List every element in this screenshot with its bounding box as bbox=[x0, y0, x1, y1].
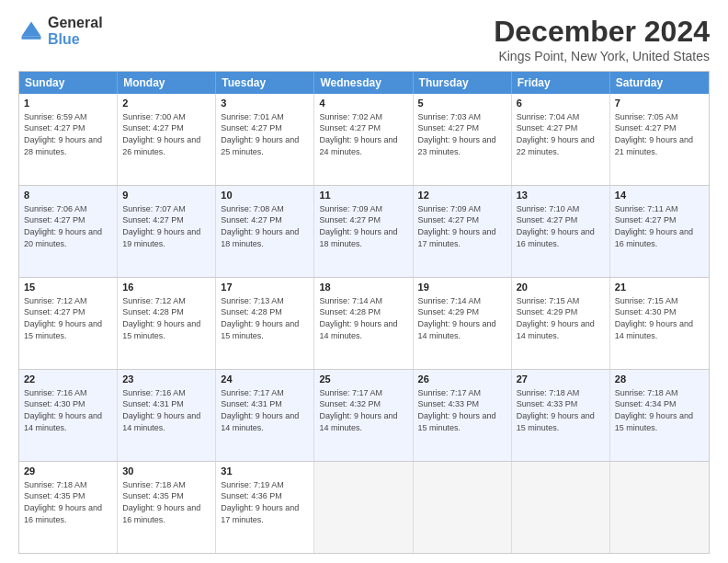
day-info: Sunrise: 7:06 AMSunset: 4:27 PMDaylight:… bbox=[24, 203, 112, 249]
day-number: 28 bbox=[615, 373, 704, 386]
day-number: 4 bbox=[319, 97, 407, 110]
calendar-cell: 7Sunrise: 7:05 AMSunset: 4:27 PMDaylight… bbox=[610, 94, 709, 185]
weekday-header: Wednesday bbox=[314, 72, 413, 94]
day-number: 8 bbox=[24, 189, 112, 202]
day-info: Sunrise: 7:18 AMSunset: 4:35 PMDaylight:… bbox=[24, 479, 112, 525]
day-info: Sunrise: 7:15 AMSunset: 4:30 PMDaylight:… bbox=[615, 295, 704, 341]
calendar-cell: 23Sunrise: 7:16 AMSunset: 4:31 PMDayligh… bbox=[118, 370, 216, 461]
weekday-header: Monday bbox=[118, 72, 216, 94]
day-info: Sunrise: 7:12 AMSunset: 4:27 PMDaylight:… bbox=[24, 295, 112, 341]
weekday-header: Saturday bbox=[610, 72, 709, 94]
day-info: Sunrise: 7:18 AMSunset: 4:35 PMDaylight:… bbox=[122, 479, 210, 525]
main-title: December 2024 bbox=[494, 15, 710, 49]
day-number: 22 bbox=[24, 373, 112, 386]
calendar-cell: 24Sunrise: 7:17 AMSunset: 4:31 PMDayligh… bbox=[216, 370, 314, 461]
day-number: 2 bbox=[122, 97, 210, 110]
calendar-cell: 11Sunrise: 7:09 AMSunset: 4:27 PMDayligh… bbox=[314, 186, 413, 277]
weekday-header: Tuesday bbox=[216, 72, 314, 94]
day-number: 30 bbox=[122, 465, 210, 478]
calendar-cell: 26Sunrise: 7:17 AMSunset: 4:33 PMDayligh… bbox=[414, 370, 512, 461]
day-number: 17 bbox=[221, 281, 309, 294]
day-info: Sunrise: 7:16 AMSunset: 4:31 PMDaylight:… bbox=[122, 387, 210, 433]
calendar-cell: 17Sunrise: 7:13 AMSunset: 4:28 PMDayligh… bbox=[216, 278, 314, 369]
day-number: 12 bbox=[418, 189, 506, 202]
logo: General Blue bbox=[18, 15, 103, 47]
day-number: 3 bbox=[221, 97, 309, 110]
calendar-cell: 29Sunrise: 7:18 AMSunset: 4:35 PMDayligh… bbox=[19, 462, 118, 553]
day-number: 14 bbox=[615, 189, 704, 202]
day-info: Sunrise: 7:07 AMSunset: 4:27 PMDaylight:… bbox=[122, 203, 210, 249]
calendar-cell: 1Sunrise: 6:59 AMSunset: 4:27 PMDaylight… bbox=[19, 94, 118, 185]
day-info: Sunrise: 7:13 AMSunset: 4:28 PMDaylight:… bbox=[221, 295, 309, 341]
calendar-cell: 5Sunrise: 7:03 AMSunset: 4:27 PMDaylight… bbox=[414, 94, 512, 185]
day-info: Sunrise: 7:17 AMSunset: 4:32 PMDaylight:… bbox=[319, 387, 407, 433]
day-number: 24 bbox=[221, 373, 309, 386]
day-number: 10 bbox=[221, 189, 309, 202]
day-info: Sunrise: 7:14 AMSunset: 4:29 PMDaylight:… bbox=[418, 295, 506, 341]
calendar-cell bbox=[610, 462, 709, 553]
day-number: 23 bbox=[122, 373, 210, 386]
day-info: Sunrise: 7:08 AMSunset: 4:27 PMDaylight:… bbox=[221, 203, 309, 249]
calendar-cell: 20Sunrise: 7:15 AMSunset: 4:29 PMDayligh… bbox=[512, 278, 610, 369]
day-number: 18 bbox=[319, 281, 407, 294]
day-info: Sunrise: 7:19 AMSunset: 4:36 PMDaylight:… bbox=[221, 479, 309, 525]
day-info: Sunrise: 7:01 AMSunset: 4:27 PMDaylight:… bbox=[221, 111, 309, 157]
logo-general-text: General bbox=[48, 15, 103, 31]
day-info: Sunrise: 7:18 AMSunset: 4:33 PMDaylight:… bbox=[517, 387, 605, 433]
calendar-cell: 18Sunrise: 7:14 AMSunset: 4:28 PMDayligh… bbox=[314, 278, 413, 369]
calendar-cell bbox=[512, 462, 610, 553]
calendar-row: 22Sunrise: 7:16 AMSunset: 4:30 PMDayligh… bbox=[19, 369, 709, 461]
calendar-cell: 14Sunrise: 7:11 AMSunset: 4:27 PMDayligh… bbox=[610, 186, 709, 277]
calendar-cell: 3Sunrise: 7:01 AMSunset: 4:27 PMDaylight… bbox=[216, 94, 314, 185]
day-number: 11 bbox=[319, 189, 407, 202]
calendar-cell bbox=[414, 462, 512, 553]
svg-rect-1 bbox=[22, 36, 41, 40]
subtitle: Kings Point, New York, United States bbox=[494, 49, 710, 63]
day-number: 16 bbox=[122, 281, 210, 294]
day-number: 7 bbox=[615, 97, 704, 110]
day-info: Sunrise: 7:17 AMSunset: 4:31 PMDaylight:… bbox=[221, 387, 309, 433]
calendar-cell: 31Sunrise: 7:19 AMSunset: 4:36 PMDayligh… bbox=[216, 462, 314, 553]
day-info: Sunrise: 7:15 AMSunset: 4:29 PMDaylight:… bbox=[517, 295, 605, 341]
header: General Blue December 2024 Kings Point, … bbox=[18, 15, 710, 63]
day-info: Sunrise: 7:05 AMSunset: 4:27 PMDaylight:… bbox=[615, 111, 704, 157]
logo-blue-text: Blue bbox=[48, 31, 103, 48]
calendar-cell: 9Sunrise: 7:07 AMSunset: 4:27 PMDaylight… bbox=[118, 186, 216, 277]
day-number: 25 bbox=[319, 373, 407, 386]
day-info: Sunrise: 7:09 AMSunset: 4:27 PMDaylight:… bbox=[418, 203, 506, 249]
day-number: 13 bbox=[517, 189, 605, 202]
logo-icon bbox=[18, 18, 44, 44]
day-number: 5 bbox=[418, 97, 506, 110]
calendar: SundayMondayTuesdayWednesdayThursdayFrid… bbox=[18, 71, 710, 554]
calendar-cell: 2Sunrise: 7:00 AMSunset: 4:27 PMDaylight… bbox=[118, 94, 216, 185]
day-info: Sunrise: 7:04 AMSunset: 4:27 PMDaylight:… bbox=[517, 111, 605, 157]
calendar-row: 1Sunrise: 6:59 AMSunset: 4:27 PMDaylight… bbox=[19, 94, 709, 185]
day-info: Sunrise: 7:14 AMSunset: 4:28 PMDaylight:… bbox=[319, 295, 407, 341]
calendar-cell: 8Sunrise: 7:06 AMSunset: 4:27 PMDaylight… bbox=[19, 186, 118, 277]
logo-text: General Blue bbox=[48, 15, 103, 47]
calendar-row: 29Sunrise: 7:18 AMSunset: 4:35 PMDayligh… bbox=[19, 461, 709, 553]
day-info: Sunrise: 7:16 AMSunset: 4:30 PMDaylight:… bbox=[24, 387, 112, 433]
day-info: Sunrise: 7:09 AMSunset: 4:27 PMDaylight:… bbox=[319, 203, 407, 249]
day-number: 9 bbox=[122, 189, 210, 202]
calendar-cell: 22Sunrise: 7:16 AMSunset: 4:30 PMDayligh… bbox=[19, 370, 118, 461]
day-info: Sunrise: 7:02 AMSunset: 4:27 PMDaylight:… bbox=[319, 111, 407, 157]
calendar-cell: 16Sunrise: 7:12 AMSunset: 4:28 PMDayligh… bbox=[118, 278, 216, 369]
weekday-header: Friday bbox=[512, 72, 610, 94]
weekday-header: Thursday bbox=[414, 72, 512, 94]
day-info: Sunrise: 7:11 AMSunset: 4:27 PMDaylight:… bbox=[615, 203, 704, 249]
day-info: Sunrise: 6:59 AMSunset: 4:27 PMDaylight:… bbox=[24, 111, 112, 157]
day-info: Sunrise: 7:17 AMSunset: 4:33 PMDaylight:… bbox=[418, 387, 506, 433]
day-number: 20 bbox=[517, 281, 605, 294]
calendar-cell: 30Sunrise: 7:18 AMSunset: 4:35 PMDayligh… bbox=[118, 462, 216, 553]
page: General Blue December 2024 Kings Point, … bbox=[0, 0, 728, 563]
calendar-cell: 27Sunrise: 7:18 AMSunset: 4:33 PMDayligh… bbox=[512, 370, 610, 461]
calendar-cell: 13Sunrise: 7:10 AMSunset: 4:27 PMDayligh… bbox=[512, 186, 610, 277]
day-number: 15 bbox=[24, 281, 112, 294]
calendar-body: 1Sunrise: 6:59 AMSunset: 4:27 PMDaylight… bbox=[19, 94, 709, 553]
day-number: 1 bbox=[24, 97, 112, 110]
calendar-header: SundayMondayTuesdayWednesdayThursdayFrid… bbox=[19, 72, 709, 94]
day-info: Sunrise: 7:10 AMSunset: 4:27 PMDaylight:… bbox=[517, 203, 605, 249]
day-number: 6 bbox=[517, 97, 605, 110]
calendar-cell: 15Sunrise: 7:12 AMSunset: 4:27 PMDayligh… bbox=[19, 278, 118, 369]
